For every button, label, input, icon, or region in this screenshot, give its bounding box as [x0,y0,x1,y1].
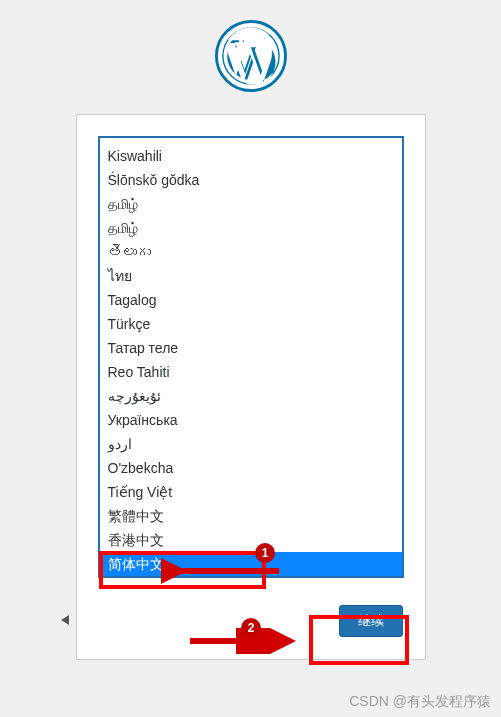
language-option[interactable]: தமிழ் [100,192,402,216]
sort-indicator-icon [61,615,69,625]
watermark-text: CSDN @有头发程序猿 [349,693,491,711]
button-row: 继续 [99,605,403,637]
install-panel: ShqipСрпски језикSvenskaKiswahiliŚlōnskŏ… [76,114,426,660]
language-option[interactable]: 香港中文 [100,528,402,552]
language-option[interactable]: ไทย [100,264,402,288]
language-option[interactable]: Reo Tahiti [100,360,402,384]
language-option[interactable]: اردو [100,432,402,456]
language-option[interactable]: Kiswahili [100,144,402,168]
language-option[interactable]: தமிழ் [100,216,402,240]
language-option[interactable]: Türkçe [100,312,402,336]
continue-button[interactable]: 继续 [339,605,403,637]
language-option[interactable]: Tagalog [100,288,402,312]
language-option[interactable]: ئۇيغۇرچە [100,384,402,408]
language-option[interactable]: Татар теле [100,336,402,360]
language-option[interactable]: Svenska [100,137,402,144]
language-option[interactable]: 简体中文 [100,552,402,576]
language-option[interactable]: Ślōnskŏ gŏdka [100,168,402,192]
language-option[interactable]: O'zbekcha [100,456,402,480]
language-option[interactable]: Tiếng Việt [100,480,402,504]
language-option[interactable]: తెలుగు [100,240,402,264]
logo-container [0,0,501,114]
language-option[interactable]: Українська [100,408,402,432]
language-select[interactable]: ShqipСрпски језикSvenskaKiswahiliŚlōnskŏ… [99,137,403,577]
wordpress-logo-icon [215,20,287,92]
language-option[interactable]: 繁體中文 [100,504,402,528]
